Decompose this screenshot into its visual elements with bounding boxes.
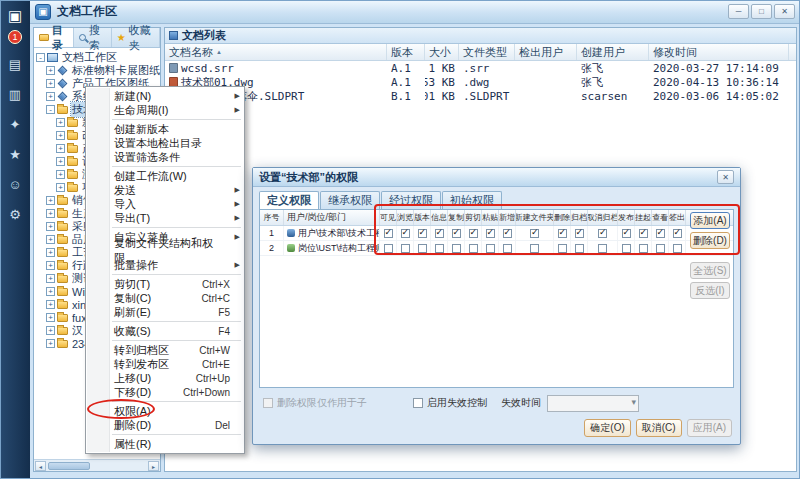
permission-checkbox[interactable] <box>401 244 410 253</box>
explorer-tab[interactable]: 目录 <box>34 28 74 47</box>
horizontal-scrollbar[interactable]: ◂ ▸ <box>34 459 160 471</box>
folders-icon[interactable]: ▥ <box>0 82 30 106</box>
expand-icon[interactable]: + <box>46 235 55 244</box>
dialog-tab[interactable]: 继承权限 <box>320 191 380 209</box>
expand-icon[interactable]: + <box>46 196 55 205</box>
permission-checkbox[interactable] <box>575 244 584 253</box>
permission-checkbox[interactable] <box>435 229 444 238</box>
expand-icon[interactable]: + <box>46 261 55 270</box>
expand-icon[interactable]: + <box>46 79 55 88</box>
expand-icon[interactable]: + <box>46 313 55 322</box>
dialog-close-icon[interactable]: ✕ <box>717 170 734 184</box>
scroll-left-icon[interactable]: ◂ <box>35 461 46 471</box>
permission-checkbox[interactable] <box>558 229 567 238</box>
permission-checkbox[interactable] <box>452 229 461 238</box>
expand-icon[interactable]: + <box>46 339 55 348</box>
workflow-icon[interactable]: ✦ <box>0 112 30 136</box>
perm-row[interactable]: 2岗位\UST\结构工程师\ <box>260 241 733 256</box>
permission-checkbox[interactable] <box>469 244 478 253</box>
menu-item[interactable]: 剪切(T)Ctrl+X <box>86 277 244 291</box>
permission-checkbox[interactable] <box>452 244 461 253</box>
permission-checkbox[interactable] <box>384 229 393 238</box>
expand-icon[interactable]: + <box>46 66 55 75</box>
explorer-tab[interactable]: 收藏夹 <box>112 28 160 47</box>
permission-checkbox[interactable] <box>384 244 393 253</box>
menu-item[interactable]: 属性(R) <box>86 437 244 451</box>
expand-icon[interactable]: + <box>56 131 65 140</box>
permission-checkbox[interactable] <box>656 244 665 253</box>
dialog-tab[interactable]: 定义权限 <box>259 191 319 209</box>
menu-item[interactable]: 下移(D)Ctrl+Down <box>86 385 244 399</box>
permission-checkbox[interactable] <box>558 244 567 253</box>
explorer-tab[interactable]: 搜索 <box>74 28 112 47</box>
menu-item[interactable]: 刷新(E)F5 <box>86 305 244 319</box>
menu-item[interactable]: 复制文件夹结构和权限... <box>86 244 244 258</box>
menu-item[interactable]: 导入▶ <box>86 197 244 211</box>
expand-icon[interactable]: + <box>46 300 55 309</box>
table-row[interactable]: 技术部01.dwgA.153 KB.dwg张飞2020-04-13 10:36:… <box>165 75 796 89</box>
permission-checkbox[interactable] <box>656 229 665 238</box>
expand-icon[interactable]: + <box>46 248 55 257</box>
expand-icon[interactable]: + <box>56 118 65 127</box>
permission-checkbox[interactable] <box>418 244 427 253</box>
menu-item[interactable]: 收藏(S)F4 <box>86 324 244 338</box>
expand-icon[interactable]: + <box>46 92 55 101</box>
permission-checkbox[interactable] <box>418 229 427 238</box>
menu-item[interactable]: 批量操作▶ <box>86 258 244 272</box>
expand-icon[interactable]: + <box>56 157 65 166</box>
permission-checkbox[interactable] <box>622 244 631 253</box>
column-header[interactable]: 创建用户 <box>577 44 649 60</box>
permission-checkbox[interactable] <box>598 244 607 253</box>
close-button[interactable]: ✕ <box>774 4 795 19</box>
permission-checkbox[interactable] <box>435 244 444 253</box>
menu-item[interactable]: 创建新版本 <box>86 122 244 136</box>
menu-item[interactable]: 转到归档区Ctrl+W <box>86 343 244 357</box>
permission-checkbox[interactable] <box>598 229 607 238</box>
expand-icon[interactable]: + <box>56 144 65 153</box>
scroll-right-icon[interactable]: ▸ <box>148 461 159 471</box>
expand-icon[interactable]: + <box>56 170 65 179</box>
menu-item-permissions[interactable]: 权限(A) <box>86 404 244 418</box>
favorites-icon[interactable]: ★ <box>0 142 30 166</box>
table-row[interactable]: wcsd.srrA.11 KB.srr张飞2020-03-27 17:14:09 <box>165 61 796 75</box>
column-header[interactable]: 大小 <box>425 44 459 60</box>
menu-item[interactable]: 发送▶ <box>86 183 244 197</box>
expiry-time-select[interactable] <box>547 395 639 412</box>
permission-checkbox[interactable] <box>401 229 410 238</box>
expand-icon[interactable]: + <box>46 209 55 218</box>
expand-icon[interactable]: + <box>56 183 65 192</box>
menu-item[interactable]: 创建工作流(W) <box>86 169 244 183</box>
permission-checkbox[interactable] <box>503 229 512 238</box>
notification-badge[interactable]: 1 <box>8 30 22 44</box>
column-header[interactable]: 版本 <box>387 44 425 60</box>
expand-icon[interactable]: + <box>46 326 55 335</box>
menu-item[interactable]: 生命周期(I)▶ <box>86 103 244 117</box>
menu-item[interactable]: 转到发布区Ctrl+E <box>86 357 244 371</box>
menu-item[interactable]: 新建(N)▶ <box>86 89 244 103</box>
permission-checkbox[interactable] <box>486 229 495 238</box>
column-header[interactable]: 修改时间 <box>649 44 789 60</box>
permission-checkbox[interactable] <box>530 244 539 253</box>
permission-checkbox[interactable] <box>673 229 682 238</box>
dialog-tab[interactable]: 经过权限 <box>381 191 441 209</box>
side-button[interactable]: 添加(A) <box>690 212 730 229</box>
menu-item[interactable]: 删除(D)Del <box>86 418 244 432</box>
menu-item[interactable]: 导出(T)▶ <box>86 211 244 225</box>
expand-icon[interactable]: + <box>46 274 55 283</box>
permission-checkbox[interactable] <box>622 229 631 238</box>
permission-checkbox[interactable] <box>469 229 478 238</box>
scrollbar-thumb[interactable] <box>48 462 90 470</box>
menu-item[interactable]: 上移(U)Ctrl+Up <box>86 371 244 385</box>
documents-icon[interactable]: ▤ <box>0 52 30 76</box>
column-header[interactable]: 检出用户 <box>515 44 577 60</box>
menu-item[interactable]: 复制(C)Ctrl+C <box>86 291 244 305</box>
perm-row[interactable]: 1用户\技术部\技术工程师\ <box>260 226 733 241</box>
permission-checkbox[interactable] <box>503 244 512 253</box>
table-row[interactable]: 农用枣筒降落伞.SLDPRTB.1501 KB.SLDPRTscarsen202… <box>165 89 796 103</box>
collapse-icon[interactable]: - <box>46 105 55 114</box>
permission-checkbox[interactable] <box>639 244 648 253</box>
collapse-icon[interactable]: - <box>36 53 45 62</box>
dialog-button[interactable]: 取消(C) <box>636 419 682 437</box>
delete-scope-checkbox[interactable] <box>263 398 273 408</box>
permission-checkbox[interactable] <box>673 244 682 253</box>
